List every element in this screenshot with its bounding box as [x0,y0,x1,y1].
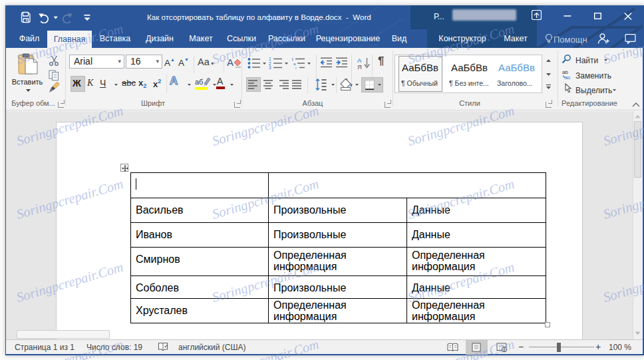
svg-text:аб: аб [195,78,203,86]
svg-text:Я: Я [357,63,362,70]
svg-text:1: 1 [291,57,294,61]
svg-text:i: i [295,66,296,69]
svg-text:A: A [227,57,234,68]
svg-text:ac: ac [565,75,570,79]
svg-text:3: 3 [269,65,271,69]
svg-text:a: a [293,62,296,66]
